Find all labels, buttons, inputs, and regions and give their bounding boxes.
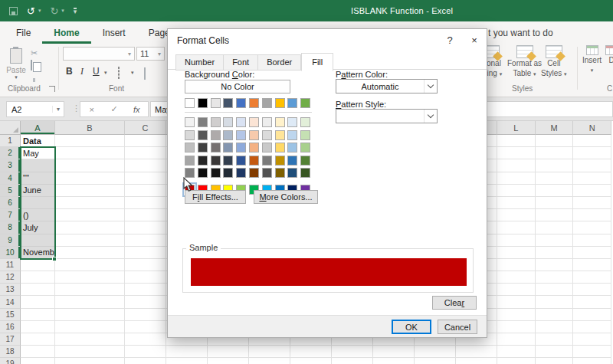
no-color-button[interactable]: No Color [185,80,290,93]
color-swatch[interactable] [262,168,272,178]
grid-cell-C1[interactable] [125,135,166,147]
color-swatch[interactable] [236,130,246,140]
color-swatch[interactable] [287,156,297,166]
cancel-button[interactable]: Cancel [438,320,477,334]
grid-cell-A14[interactable] [21,296,55,308]
color-swatch[interactable] [198,130,208,140]
color-swatch[interactable] [275,117,285,127]
grid-cell-L19[interactable] [497,358,536,364]
grid-cell-L13[interactable] [497,284,536,296]
color-swatch[interactable] [198,168,208,178]
grid-cell-F18[interactable] [249,346,290,358]
font-size-select[interactable]: 11▾ [136,47,165,61]
grid-cell-A7[interactable]: () [21,209,55,221]
insert-cells-button[interactable]: Insert ▾ [582,45,602,75]
italic-button[interactable]: I [80,66,84,77]
grid-cell-A9[interactable] [21,234,55,247]
grid-cell-A10[interactable]: November [21,247,55,259]
grid-cell-C11[interactable] [125,259,166,271]
color-swatch[interactable] [300,143,310,152]
grid-cell-A19[interactable] [21,358,55,364]
format-painter-icon[interactable] [31,74,41,84]
grid-cell-G19[interactable] [290,358,332,364]
color-swatch[interactable] [249,130,259,140]
grid-cell-B19[interactable] [55,358,125,364]
color-swatch[interactable] [236,156,246,166]
grid-cell-L7[interactable] [497,209,536,221]
color-swatch[interactable] [262,98,272,108]
dialog-title-bar[interactable]: Format Cells ? × [168,29,487,51]
row-header-19[interactable]: 19 [0,358,21,364]
bold-button[interactable]: B [66,66,73,77]
row-header-7[interactable]: 7 [0,209,21,221]
color-swatch[interactable] [223,143,233,152]
grid-cell-C5[interactable] [125,185,166,197]
grid-cell-N12[interactable] [573,271,611,284]
column-header-N[interactable]: N [573,121,611,135]
grid-cell-E18[interactable] [208,346,249,358]
grid-cell-A17[interactable] [21,333,55,346]
grid-cell-M6[interactable] [536,197,574,209]
grid-cell-C7[interactable] [125,209,166,221]
grid-cell-M9[interactable] [536,234,574,247]
tab-fill[interactable]: Fill [301,53,333,71]
pattern-color-select[interactable]: Automatic [336,79,438,93]
grid-cell-C12[interactable] [125,271,166,284]
row-header-16[interactable]: 16 [0,321,21,333]
grid-cell-A5[interactable]: June [21,185,55,197]
grid-cell-A8[interactable]: July [21,221,55,234]
grid-cell-M16[interactable] [536,321,574,333]
color-swatch[interactable] [262,130,272,140]
copy-icon[interactable] [31,61,41,71]
grid-cell-L11[interactable] [497,259,536,271]
chevron-down-icon[interactable] [424,80,437,93]
grid-cell-H18[interactable] [332,346,373,358]
grid-cell-A12[interactable] [21,271,55,284]
row-header-1[interactable]: 1 [0,135,21,147]
grid-cell-M18[interactable] [536,346,574,358]
grid-cell-M19[interactable] [536,358,574,364]
grid-cell-B2[interactable] [55,147,125,159]
pattern-style-select[interactable] [336,109,438,123]
color-swatch[interactable] [249,143,259,152]
grid-cell-N6[interactable] [573,197,611,209]
grid-cell-A11[interactable] [21,259,55,271]
grid-cell-K19[interactable] [456,358,497,364]
fill-handle[interactable] [52,257,57,261]
grid-cell-J19[interactable] [415,358,456,364]
borders-icon[interactable] [118,67,120,78]
row-header-11[interactable]: 11 [0,259,21,271]
grid-cell-N7[interactable] [573,209,611,221]
grid-cell-B4[interactable] [55,172,125,185]
grid-cell-E19[interactable] [208,358,249,364]
row-header-10[interactable]: 10 [0,247,21,259]
grid-cell-A6[interactable] [21,197,55,209]
grid-cell-C9[interactable] [125,234,166,247]
grid-cell-A2[interactable]: May [21,147,55,159]
enter-entry-icon[interactable]: ✓ [103,104,125,114]
cut-icon[interactable]: ✂ [31,48,41,58]
grid-cell-M11[interactable] [536,259,574,271]
grid-cell-L8[interactable] [497,221,536,234]
color-swatch[interactable] [198,98,208,108]
row-header-14[interactable]: 14 [0,296,21,308]
grid-cell-M4[interactable] [536,172,574,185]
color-swatch[interactable] [249,156,259,166]
color-swatch[interactable] [223,98,233,108]
grid-cell-N18[interactable] [573,346,611,358]
color-swatch[interactable] [287,143,297,152]
grid-cell-M14[interactable] [536,296,574,308]
grid-cell-N19[interactable] [573,358,611,364]
grid-cell-L15[interactable] [497,309,536,321]
grid-cell-M10[interactable] [536,247,574,259]
grid-cell-M3[interactable] [536,159,574,172]
grid-cell-H19[interactable] [332,358,373,364]
grid-cell-C17[interactable] [125,333,166,346]
color-swatch[interactable] [262,143,272,152]
grid-cell-A18[interactable] [21,346,55,358]
delete-cells-button[interactable]: D [605,45,613,65]
grid-cell-B9[interactable] [55,234,125,247]
grid-cell-C18[interactable] [125,346,166,358]
color-swatch[interactable] [300,117,310,127]
row-header-4[interactable]: 4 [0,172,21,185]
